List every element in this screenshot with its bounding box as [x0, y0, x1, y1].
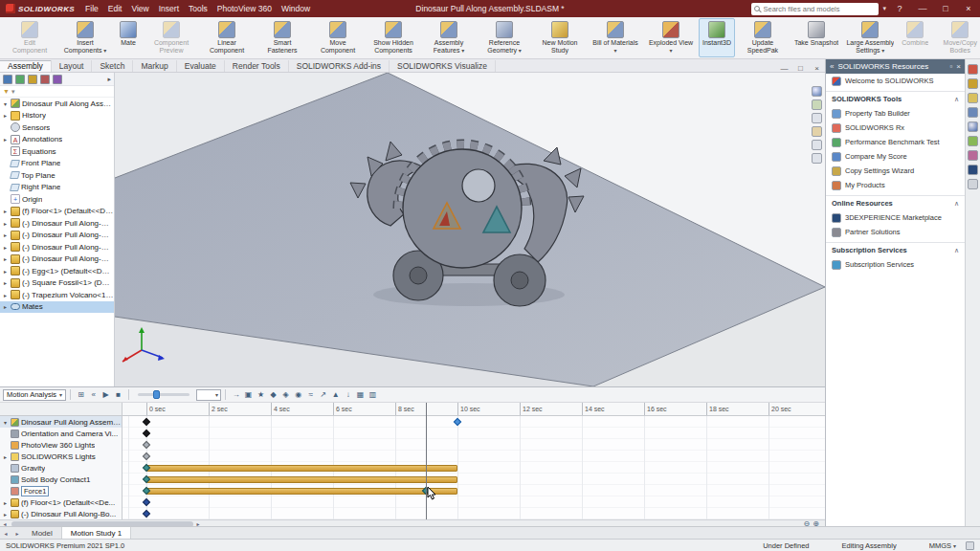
task-pane-item[interactable]: My Products: [826, 178, 965, 192]
task-pane-close-icon[interactable]: ×: [956, 62, 961, 71]
display-state-icon[interactable]: [812, 126, 822, 137]
expand-arrow-icon[interactable]: ▸: [2, 511, 9, 518]
ribbon-button[interactable]: Linear Component Pattern: [199, 18, 255, 57]
menu-item[interactable]: View: [126, 4, 153, 13]
ribbon-button[interactable]: Move/Copy Bodies: [932, 18, 980, 57]
play-from-start-icon[interactable]: «: [87, 388, 100, 401]
keyframe-diamond[interactable]: [143, 498, 150, 506]
menu-item[interactable]: Insert: [154, 4, 184, 13]
pin-icon[interactable]: ▫: [949, 62, 952, 71]
current-time-bar[interactable]: [426, 403, 427, 519]
ribbon-button[interactable]: Component Preview Window: [144, 18, 199, 57]
doc-close-button[interactable]: ×: [809, 64, 825, 73]
units-selector[interactable]: MMGS▾: [929, 541, 956, 550]
menu-item[interactable]: Edit: [103, 4, 127, 13]
feature-tree-item[interactable]: ▸ History: [0, 110, 114, 122]
ribbon-button[interactable]: Exploded View: [643, 18, 699, 57]
feature-tree-item[interactable]: ▸ (-) Trapezium Volcano<1> (Defaul...: [0, 289, 114, 301]
menu-item[interactable]: Window: [277, 4, 315, 13]
commandmanager-tab[interactable]: Sketch: [92, 60, 133, 72]
feature-tree-item[interactable]: Origin: [0, 193, 114, 206]
task-pane-item[interactable]: SOLIDWORKS Rx: [826, 121, 965, 135]
feature-tree-item[interactable]: ▸ (f) Floor<1> (Default<<Default>_...: [0, 206, 114, 218]
timeline-bar-force[interactable]: [146, 488, 457, 495]
expand-arrow-icon[interactable]: ▸: [2, 244, 9, 251]
expand-arrow-icon[interactable]: ▸: [2, 279, 9, 286]
calculate-icon[interactable]: ⊞: [75, 388, 87, 401]
task-pane-item[interactable]: Property Tab Builder: [826, 106, 965, 121]
timeline-grid[interactable]: [122, 416, 825, 519]
feature-tree-item[interactable]: ▸ Mates: [0, 301, 114, 314]
task-pane-item[interactable]: Welcome to SOLIDWORKS: [826, 74, 965, 88]
3dexperience-tab-icon[interactable]: [968, 165, 978, 175]
feature-tree-item[interactable]: ▸ Annotations: [0, 134, 114, 146]
commandmanager-tab[interactable]: Render Tools: [225, 60, 289, 72]
tab-scroll-right-icon[interactable]: ▸: [11, 527, 23, 539]
ribbon-button[interactable]: Show Hidden Components: [366, 18, 421, 57]
add-key-icon[interactable]: ◈: [279, 388, 292, 401]
commandmanager-tab[interactable]: Evaluate: [177, 60, 225, 72]
doc-restore-button[interactable]: □: [792, 64, 809, 73]
tab-scroll-left-icon[interactable]: ◂: [0, 527, 11, 539]
quick-tips-icon[interactable]: [966, 541, 974, 550]
spring-icon[interactable]: ≈: [304, 388, 317, 401]
expand-arrow-icon[interactable]: ▸: [2, 292, 9, 298]
feature-tree-item[interactable]: ▸ (-) Dinosaur Pull Along-Revolve1...: [0, 241, 114, 253]
ribbon-button[interactable]: Large Assembly Settings: [842, 18, 898, 57]
appearances-tab-icon[interactable]: [968, 121, 978, 132]
save-animation-icon[interactable]: ▣: [242, 388, 255, 401]
play-icon[interactable]: ▶: [100, 388, 112, 401]
expand-arrow-icon[interactable]: ▸: [2, 136, 9, 143]
minimize-button[interactable]: —: [913, 4, 932, 13]
camera-pane-icon[interactable]: [812, 140, 822, 150]
task-pane-item[interactable]: SOLIDWORKS Tools: [826, 91, 965, 106]
filter-icon[interactable]: ▼: [3, 88, 10, 95]
results-and-plots-icon[interactable]: ▦: [354, 388, 367, 401]
ribbon-button[interactable]: New Motion Study: [532, 18, 588, 57]
search-box[interactable]: [751, 3, 879, 15]
feature-tree-item[interactable]: ▸ (-) Dinosaur Pull Along-Revolve1...: [0, 230, 114, 242]
feature-tree-item[interactable]: ▸ (-) Dinosaur Pull Along-Boss-Extru...: [0, 217, 114, 230]
light-pane-icon[interactable]: [812, 153, 822, 164]
motion-tree-item[interactable]: ▸ (-) Dinosaur Pull Along-Bo...: [0, 508, 122, 519]
motion-tree-item[interactable]: ▾ Dinosaur Pull Along Assembly: [0, 416, 122, 428]
task-pane-item[interactable]: Compare My Score: [826, 149, 965, 164]
restore-button[interactable]: □: [936, 4, 955, 13]
display-pane-toggle-icon[interactable]: [812, 86, 822, 97]
ribbon-button[interactable]: Reference Geometry: [477, 18, 532, 57]
viewport-canvas[interactable]: [115, 73, 825, 386]
ribbon-button[interactable]: Mate: [113, 18, 144, 57]
featuremanager-tree-tab-icon[interactable]: [3, 75, 12, 84]
feature-tree-item[interactable]: ▸ (-) Egg<1> (Default<<Default>_D...: [0, 265, 114, 277]
playback-speed-select[interactable]: ▾: [196, 389, 221, 401]
keyframe-diamond[interactable]: [143, 430, 150, 437]
gravity-icon[interactable]: ↓: [342, 388, 354, 401]
study-tab[interactable]: Model: [23, 527, 62, 539]
menu-item[interactable]: Tools: [184, 4, 212, 13]
expand-arrow-icon[interactable]: ▸: [2, 499, 9, 506]
scene-pane-icon[interactable]: [812, 113, 822, 123]
view-palette-tab-icon[interactable]: [968, 107, 978, 118]
expand-arrow-icon[interactable]: ▸: [2, 220, 9, 227]
resources-tab-icon[interactable]: [968, 64, 978, 75]
keyframe-diamond[interactable]: [143, 441, 150, 449]
motion-study-type-select[interactable]: Motion Analysis▾: [3, 389, 66, 401]
motion-tree-item[interactable]: ▸ SOLIDWORKS Lights: [0, 451, 122, 462]
ribbon-button[interactable]: Smart Fasteners: [255, 18, 310, 57]
force-icon[interactable]: ↗: [317, 388, 329, 401]
ribbon-button[interactable]: Take Snapshot: [791, 18, 842, 57]
flyout-arrow-icon[interactable]: ▸: [107, 76, 111, 83]
dimxpertmanager-tab-icon[interactable]: [40, 75, 50, 84]
ribbon-button[interactable]: Move Component: [310, 18, 366, 57]
task-pane-item[interactable]: Online Resources: [826, 195, 965, 210]
task-pane-item[interactable]: Performance Benchmark Test: [826, 135, 965, 149]
feature-tree-item[interactable]: Front Plane: [0, 158, 114, 170]
contact-icon[interactable]: ▲: [329, 388, 342, 401]
task-pane-item[interactable]: Subscription Services: [826, 242, 965, 257]
motion-tree-item[interactable]: Gravity: [0, 462, 122, 474]
search-caret-icon[interactable]: ▾: [882, 5, 886, 12]
file-explorer-tab-icon[interactable]: [968, 93, 978, 103]
feature-tree-item[interactable]: ▾ Dinosaur Pull Along Assembly (Defaul..…: [0, 98, 114, 110]
ribbon-button[interactable]: Edit Component: [2, 18, 57, 57]
feature-tree-item[interactable]: Top Plane: [0, 169, 114, 182]
